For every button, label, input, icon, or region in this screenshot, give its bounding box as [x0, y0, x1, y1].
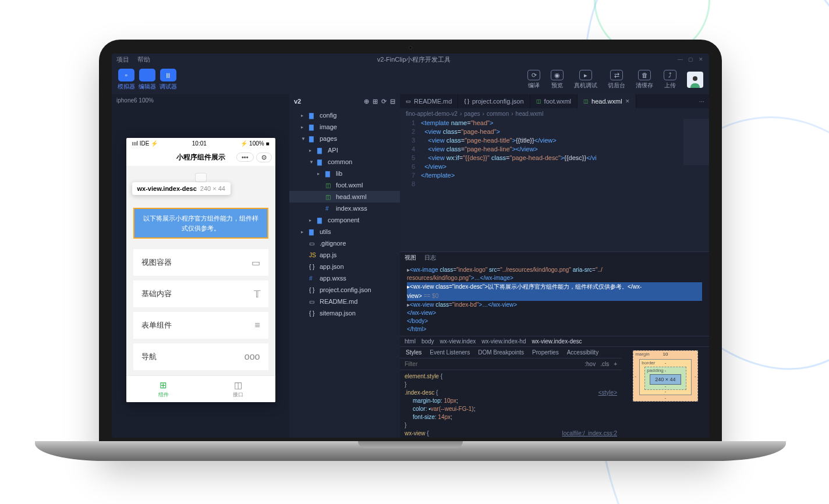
capsule-menu-icon[interactable]: •••	[236, 152, 254, 162]
menu-help[interactable]: 帮助	[137, 55, 150, 64]
code-editor[interactable]: 12345678 <template name="head"> <view cl…	[400, 119, 709, 251]
window-close[interactable]: ✕	[699, 56, 704, 62]
folder-API[interactable]: ▸ ▇ API	[289, 144, 400, 156]
action-上传[interactable]: ⤴ 上传	[664, 70, 676, 90]
file-project.config.json[interactable]: { } project.config.json	[289, 284, 400, 296]
box-model[interactable]: margin 10 - - - border - padding - 240 ×…	[622, 347, 709, 438]
editor-tab-0[interactable]: ▭ README.md	[400, 94, 458, 108]
dom-tree[interactable]: ▸<wx-image class="index-logo" src="../re…	[400, 264, 709, 336]
dom-crumb[interactable]: body	[421, 338, 434, 345]
style-tab-3[interactable]: Properties	[532, 349, 559, 356]
css-source-link-2[interactable]: localfile:/_index.css:2	[562, 430, 618, 438]
tabbar-item-0[interactable]: ⊞ 组件	[126, 376, 201, 402]
folder-utils[interactable]: ▸ ▇ utils	[289, 226, 400, 237]
editor-tab-3[interactable]: ◫ head.wxml ✕	[578, 94, 636, 108]
collapse-icon[interactable]: ⊟	[390, 98, 395, 105]
editor-breadcrumb: fino-applet-demo-v2›pages›common›head.wx…	[400, 108, 709, 119]
menu-item-0[interactable]: 视图容器 ▭	[133, 249, 268, 276]
file-sitemap.json[interactable]: { } sitemap.json	[289, 307, 400, 319]
class-toggle[interactable]: .cls	[600, 361, 609, 367]
action-编译[interactable]: ⟳ 编译	[527, 70, 540, 90]
dom-selected-row[interactable]: ▸<wx-view class="index-desc">以下将展示小程序官方组…	[407, 282, 702, 292]
style-tab-2[interactable]: DOM Breakpoints	[478, 349, 524, 356]
action-切后台[interactable]: ⇄ 切后台	[608, 70, 625, 90]
action-预览[interactable]: ◉ 预览	[551, 70, 564, 90]
file-head.wxml[interactable]: ◫ head.wxml	[289, 191, 400, 203]
tool-2[interactable]: ⫼ 调试器	[160, 69, 177, 91]
tab-overflow-icon[interactable]: ···	[695, 94, 709, 108]
tabbar-icon: ⊞	[160, 380, 167, 391]
folder-pages[interactable]: ▼ ▇ pages	[289, 133, 400, 144]
breadcrumb-segment[interactable]: head.wxml	[516, 111, 544, 117]
style-tab-4[interactable]: Accessibility	[567, 349, 598, 356]
editor-tab-2[interactable]: ◫ foot.wxml	[530, 94, 578, 108]
folder-config[interactable]: ▸ ▇ config	[289, 109, 400, 121]
menu-item-2[interactable]: 表单组件 ≡	[133, 312, 268, 339]
action-icon-3: ⇄	[610, 70, 623, 80]
file-app.wxss[interactable]: # app.wxss	[289, 272, 400, 284]
tool-1[interactable]: 编辑器	[139, 69, 156, 91]
phone-status-bar: ıııl IDE ⚡ 10:01 ⚡ 100% ■	[126, 138, 275, 148]
file-app.json[interactable]: { } app.json	[289, 261, 400, 272]
dom-crumb[interactable]: wx-view.index-desc	[532, 338, 582, 345]
tabbar-label: 组件	[158, 391, 169, 399]
tabbar-item-1[interactable]: ◫ 接口	[201, 376, 275, 402]
menu-item-1[interactable]: 基础内容 𝕋	[133, 281, 268, 307]
simulator-device-label[interactable]: iphone6 100%	[112, 94, 289, 106]
style-tab-0[interactable]: Styles	[406, 349, 421, 356]
file-README.md[interactable]: ▭ README.md	[289, 296, 400, 307]
dom-crumb[interactable]: wx-view.index-hd	[481, 338, 526, 345]
new-folder-icon[interactable]: ⊞	[373, 98, 378, 105]
menu-item-3[interactable]: 导航 ooo	[133, 343, 268, 370]
capsule-close-icon[interactable]: ⊙	[256, 152, 272, 162]
file-icon: ◫	[325, 182, 334, 189]
dom-breadcrumb[interactable]: htmlbodywx-view.indexwx-view.index-hdwx-…	[400, 336, 709, 346]
code-content[interactable]: <template name="head"> <view class="page…	[421, 119, 709, 251]
styles-filter-input[interactable]	[405, 361, 584, 367]
new-file-icon[interactable]: ⊕	[364, 98, 369, 105]
devtools-tab-view[interactable]: 视图	[405, 254, 416, 262]
menu-item-label: 基础内容	[141, 289, 172, 299]
highlighted-element[interactable]: 以下将展示小程序官方组件能力，组件样式仅供参考。	[133, 208, 268, 239]
folder-lib[interactable]: ▸ ▇ lib	[289, 168, 400, 179]
tool-0[interactable]: ▫ 模拟器	[118, 69, 135, 91]
file-.gitignore[interactable]: ▭ .gitignore	[289, 237, 400, 249]
folder-common[interactable]: ▼ ▇ common	[289, 156, 400, 168]
file-label: app.wxss	[320, 275, 346, 282]
devtools-tab-log[interactable]: 日志	[424, 254, 436, 262]
action-label-0: 编译	[528, 81, 540, 90]
css-source-link[interactable]: <style>	[598, 389, 617, 397]
breadcrumb-segment[interactable]: fino-applet-demo-v2	[406, 111, 458, 117]
style-tab-1[interactable]: Event Listeners	[430, 349, 470, 356]
folder-component[interactable]: ▸ ▇ component	[289, 214, 400, 226]
tool-icon-0: ▫	[118, 69, 134, 81]
refresh-icon[interactable]: ⟳	[381, 98, 387, 105]
action-真机调试[interactable]: ▸ 真机调试	[574, 70, 597, 90]
file-tree-root[interactable]: v2	[294, 98, 301, 105]
file-app.js[interactable]: JS app.js	[289, 249, 400, 261]
tab-label: foot.wxml	[544, 98, 571, 105]
file-foot.wxml[interactable]: ◫ foot.wxml	[289, 179, 400, 191]
folder-label: lib	[336, 170, 342, 177]
hover-toggle[interactable]: :hov	[584, 361, 596, 367]
folder-image[interactable]: ▸ ▇ image	[289, 121, 400, 133]
window-minimize[interactable]: —	[678, 56, 683, 62]
add-style-icon[interactable]: +	[614, 361, 617, 367]
editor-tab-1[interactable]: { } project.config.json	[458, 94, 530, 108]
phone-preview: ıııl IDE ⚡ 10:01 ⚡ 100% ■ 小程序组件展示 ••• ⊙ …	[126, 138, 275, 402]
action-label-4: 清缓存	[636, 81, 653, 90]
action-清缓存[interactable]: 🗑 清缓存	[636, 70, 653, 90]
menu-project[interactable]: 项目	[116, 55, 129, 64]
file-index.wxss[interactable]: # index.wxss	[289, 203, 400, 214]
breadcrumb-segment[interactable]: pages	[464, 111, 480, 117]
minimap[interactable]	[683, 119, 709, 165]
css-rules[interactable]: element.style { } <style>.index-desc { m…	[400, 370, 622, 438]
breadcrumb-segment[interactable]: common	[487, 111, 509, 117]
file-icon: ▭	[309, 240, 317, 247]
dom-crumb[interactable]: wx-view.index	[440, 338, 476, 345]
line-number: 2	[400, 127, 415, 136]
avatar[interactable]	[687, 72, 703, 88]
dom-crumb[interactable]: html	[405, 338, 416, 345]
window-maximize[interactable]: ▢	[688, 56, 694, 62]
tab-close-icon[interactable]: ✕	[625, 98, 630, 104]
